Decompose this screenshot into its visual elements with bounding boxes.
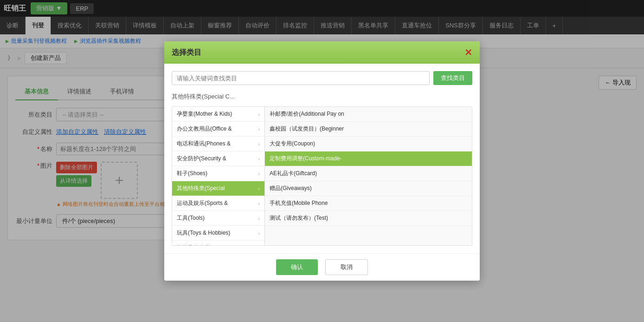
modal-overlay: 选择类目 ✕ 查找类目 其他特殊类(Special C... 孕婴童(Mothe… <box>0 0 644 322</box>
cat-item-shoes[interactable]: 鞋子(Shoes) › <box>172 166 264 181</box>
cat-item-special[interactable]: 其他特殊类(Special › <box>172 181 264 196</box>
cancel-button[interactable]: 取消 <box>325 259 368 275</box>
cat-right-additional-pay[interactable]: 补邮费/差价(Additional Pay on <box>265 107 472 122</box>
chevron-icon-active: › <box>258 186 260 191</box>
cat-right-coupon[interactable]: 大促专用(Coupon) <box>265 137 472 151</box>
chevron-icon: › <box>258 245 260 246</box>
chevron-icon: › <box>258 141 260 147</box>
modal-footer: 确认 取消 <box>164 253 480 281</box>
cat-item-travel[interactable]: 旅游及代金券(Travel and › <box>172 241 264 245</box>
cat-right-giveaways[interactable]: 赠品(Giveaways) <box>265 181 472 196</box>
search-category-button[interactable]: 查找类目 <box>433 71 472 85</box>
cat-item-tools[interactable]: 工具(Tools) › <box>172 211 264 226</box>
chevron-icon: › <box>258 216 260 221</box>
chevron-icon: › <box>258 171 260 177</box>
cat-right-custom-made[interactable]: 定制费用调整(Custom-made- <box>265 151 472 166</box>
cat-item-mother-kids[interactable]: 孕婴童(Mother & Kids) › <box>172 107 264 122</box>
confirm-button[interactable]: 确认 <box>276 259 318 275</box>
chevron-icon: › <box>258 112 260 117</box>
cat-item-phones[interactable]: 电话和通讯(Phones & › <box>172 137 264 151</box>
cat-item-toys[interactable]: 玩具(Toys & Hobbies) › <box>172 226 264 241</box>
cat-right-test[interactable]: 测试（请勿发布）(Test) <box>265 211 472 226</box>
cat-right-giftcard[interactable]: AE礼品卡(Giftcard) <box>265 166 472 181</box>
chevron-icon: › <box>258 156 260 162</box>
modal-close-button[interactable]: ✕ <box>464 47 472 58</box>
category-search-input[interactable] <box>172 71 430 85</box>
cat-item-security[interactable]: 安全防护(Security & › <box>172 151 264 166</box>
chevron-icon: › <box>258 126 260 132</box>
category-breadcrumb: 其他特殊类(Special C... <box>172 91 472 103</box>
chevron-icon: › <box>258 201 260 206</box>
category-panels: 孕婴童(Mother & Kids) › 办公文教用品(Office & › 电… <box>172 106 472 246</box>
modal-body: 查找类目 其他特殊类(Special C... 孕婴童(Mother & Kid… <box>164 64 480 253</box>
cat-right-beginner[interactable]: 鑫校园（试发类目）(Beginner <box>265 122 472 137</box>
category-search-row: 查找类目 <box>172 71 472 85</box>
category-right-panel: 补邮费/差价(Additional Pay on 鑫校园（试发类目）(Begin… <box>265 107 472 245</box>
category-modal: 选择类目 ✕ 查找类目 其他特殊类(Special C... 孕婴童(Mothe… <box>164 41 480 281</box>
cat-item-office[interactable]: 办公文教用品(Office & › <box>172 122 264 137</box>
chevron-icon: › <box>258 230 260 236</box>
category-left-panel: 孕婴童(Mother & Kids) › 办公文教用品(Office & › 电… <box>172 107 265 245</box>
modal-title: 选择类目 <box>172 48 201 58</box>
modal-header: 选择类目 ✕ <box>164 41 480 64</box>
cat-right-mobile-phone[interactable]: 手机充值(Mobile Phone <box>265 196 472 211</box>
cat-item-sports[interactable]: 运动及娱乐(Sports & › <box>172 196 264 211</box>
